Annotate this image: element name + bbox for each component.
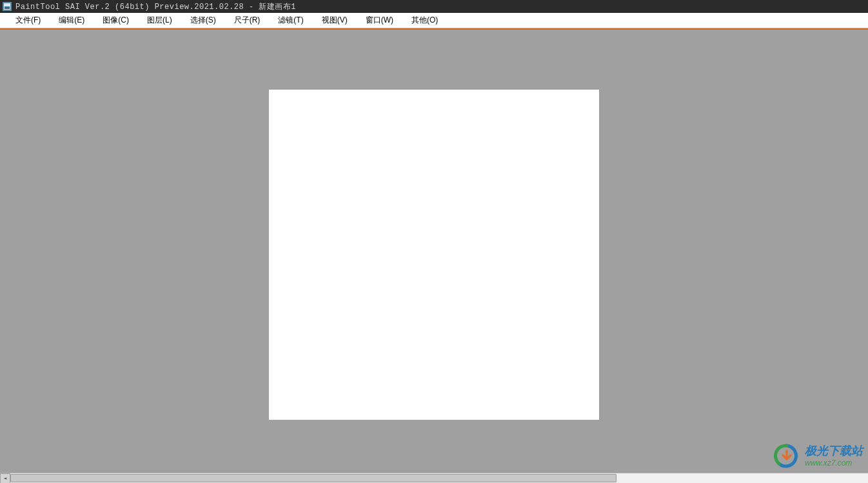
scroll-track[interactable] (10, 473, 868, 483)
menu-image[interactable]: 图像(C) (94, 13, 138, 28)
menu-bar: 文件(F) 编辑(E) 图像(C) 图层(L) 选择(S) 尺子(R) 滤镜(T… (0, 13, 868, 28)
title-bar: PaintTool SAI Ver.2 (64bit) Preview.2021… (0, 0, 868, 13)
watermark-logo-icon (774, 443, 800, 469)
menu-window[interactable]: 窗口(W) (357, 13, 402, 28)
canvas-viewport[interactable] (0, 30, 868, 473)
menu-filter[interactable]: 滤镜(T) (269, 13, 312, 28)
menu-ruler[interactable]: 尺子(R) (225, 13, 270, 28)
watermark: 极光下载站 www.xz7.com (774, 443, 863, 469)
menu-layer[interactable]: 图层(L) (138, 13, 181, 28)
watermark-text: 极光下载站 www.xz7.com (805, 444, 863, 468)
workspace: 极光下载站 www.xz7.com (0, 28, 868, 473)
horizontal-scrollbar[interactable]: ◄ (0, 473, 868, 483)
svg-rect-2 (5, 6, 10, 9)
menu-view[interactable]: 视图(V) (313, 13, 357, 28)
watermark-site-name: 极光下载站 (805, 444, 863, 458)
menu-edit[interactable]: 编辑(E) (50, 13, 94, 28)
menu-file[interactable]: 文件(F) (6, 13, 50, 28)
window-title: PaintTool SAI Ver.2 (64bit) Preview.2021… (15, 1, 296, 12)
canvas[interactable] (269, 90, 599, 420)
scroll-thumb[interactable] (10, 474, 616, 482)
app-icon (3, 2, 12, 11)
scroll-left-button[interactable]: ◄ (0, 473, 10, 484)
menu-other[interactable]: 其他(O) (402, 13, 447, 28)
watermark-site-url: www.xz7.com (805, 458, 863, 468)
menu-select[interactable]: 选择(S) (181, 13, 225, 28)
